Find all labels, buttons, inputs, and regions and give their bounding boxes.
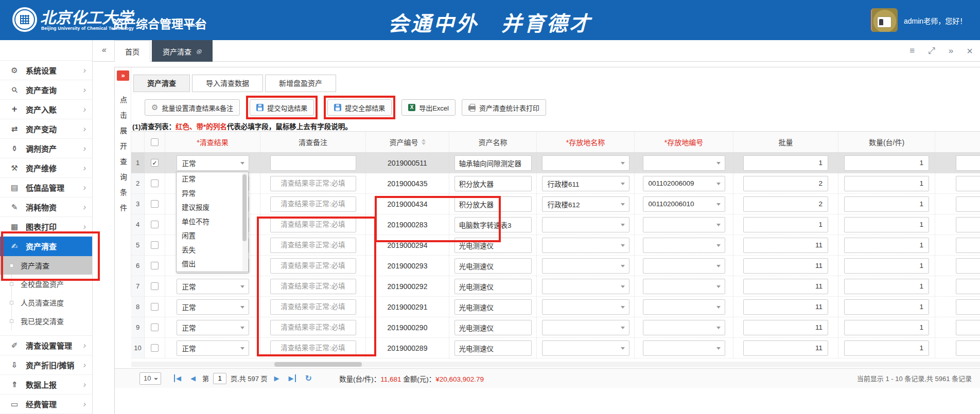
batch-input[interactable] [743, 196, 828, 212]
location-code-select[interactable] [643, 320, 725, 335]
row-checkbox[interactable] [151, 221, 159, 228]
quantity-input[interactable] [844, 340, 929, 356]
location-code-select[interactable] [643, 155, 725, 171]
row-checkbox[interactable] [151, 323, 159, 331]
location-code-select[interactable] [643, 238, 725, 253]
close-icon[interactable] [967, 45, 973, 57]
horizontal-scrollbar[interactable] [131, 362, 980, 367]
next-page-button[interactable] [274, 374, 279, 382]
expand-icon[interactable] [928, 46, 935, 56]
tab-close-icon[interactable] [196, 47, 202, 56]
refresh-icon[interactable] [305, 373, 312, 383]
quantity-input[interactable] [844, 217, 929, 232]
row-checkbox[interactable] [151, 303, 159, 311]
quantity-input[interactable] [844, 238, 929, 253]
header-asset-id[interactable]: 资产编号 [366, 132, 449, 152]
row-checkbox[interactable] [151, 159, 159, 167]
row-checkbox[interactable] [151, 241, 159, 249]
last-page-button[interactable] [289, 374, 296, 382]
location-code-select[interactable] [643, 340, 725, 356]
first-page-button[interactable] [174, 374, 181, 382]
sidebar-item[interactable]: 资产维修 [0, 158, 92, 178]
dropdown-option[interactable]: 单位不符 [177, 215, 248, 229]
sidebar-item[interactable]: 资产折旧/摊销 [0, 355, 92, 375]
sidebar-item[interactable]: 低值品管理 [0, 178, 92, 197]
row-checkbox[interactable] [151, 262, 159, 269]
location-code-select[interactable] [643, 279, 725, 294]
row-checkbox[interactable] [151, 282, 159, 290]
row-checkbox[interactable] [151, 344, 159, 352]
content-tab[interactable]: 导入清查数据 [192, 75, 263, 92]
location-name-select[interactable] [542, 155, 629, 171]
check-result-select[interactable]: 正常 [177, 340, 249, 356]
sidebar-item[interactable]: 资产查询 [0, 80, 92, 100]
check-result-select[interactable]: 正常 [177, 279, 249, 294]
row-checkbox[interactable] [151, 200, 159, 208]
quantity-input[interactable] [844, 176, 929, 191]
sidebar-item[interactable]: 调剂资产 [0, 139, 92, 158]
location-code-select[interactable] [643, 217, 725, 232]
page-tab[interactable]: 资产清查 [152, 40, 213, 62]
avatar[interactable] [871, 8, 898, 32]
sidebar-subitem[interactable]: 我已提交清查 [0, 312, 92, 330]
check-result-select[interactable]: 正常 [177, 320, 249, 335]
check-comment-input[interactable] [270, 196, 356, 212]
quantity-input[interactable] [844, 155, 929, 171]
check-comment-input[interactable] [270, 155, 356, 171]
location-name-select[interactable] [542, 258, 629, 274]
location-name-select[interactable]: 行政楼611 [542, 176, 629, 191]
row-checkbox[interactable] [151, 179, 159, 187]
sidebar-item[interactable]: 图表打印 [0, 217, 92, 237]
content-tab[interactable]: 新增盘盈资产 [265, 75, 336, 92]
check-comment-input[interactable] [270, 258, 356, 274]
dropdown-option[interactable]: 建议报废 [177, 201, 248, 215]
dropdown-option[interactable]: 正常 [177, 172, 248, 187]
batch-input[interactable] [743, 155, 828, 171]
quantity-input[interactable] [844, 299, 929, 315]
check-comment-input[interactable] [270, 340, 356, 356]
location-name-select[interactable] [542, 238, 629, 253]
check-result-select[interactable]: 正常 [177, 155, 249, 171]
check-comment-input[interactable] [270, 320, 356, 335]
sidebar-subitem[interactable]: 全校盘盈资产 [0, 275, 92, 293]
location-name-select[interactable] [542, 340, 629, 356]
sidebar-subitem[interactable]: 人员清查进度 [0, 293, 92, 312]
batch-input[interactable] [743, 176, 828, 191]
export-excel-button[interactable]: 导出Excel [401, 99, 456, 116]
check-comment-input[interactable] [270, 176, 356, 191]
sidebar-item[interactable]: 系统设置 [0, 61, 92, 80]
batch-input[interactable] [743, 238, 828, 253]
batch-input[interactable] [743, 258, 828, 274]
check-comment-input[interactable] [270, 299, 356, 315]
sidebar-item[interactable]: 消耗物资 [0, 197, 92, 217]
location-code-select[interactable]: 001102006010 [643, 196, 725, 212]
submit-all-results-button[interactable]: 提交全部结果 [327, 99, 392, 116]
quantity-input[interactable] [844, 258, 929, 274]
quantity-input[interactable] [844, 279, 929, 294]
dropdown-option[interactable]: 异常 [177, 187, 248, 201]
sidebar-item[interactable]: 资产清查 [0, 237, 92, 256]
prev-page-button[interactable] [190, 374, 196, 382]
sidebar-item[interactable]: 资产入账 [0, 100, 92, 119]
check-comment-input[interactable] [270, 279, 356, 294]
forward-icon[interactable] [949, 46, 953, 56]
location-code-select[interactable] [643, 299, 725, 315]
location-name-select[interactable]: 行政楼612 [542, 196, 629, 212]
quantity-input[interactable] [844, 196, 929, 212]
submit-checked-results-button[interactable]: 提交勾选结果 [250, 99, 314, 116]
dropdown-option[interactable]: 借出 [177, 257, 248, 272]
batch-input[interactable] [743, 299, 828, 315]
print-statistics-button[interactable]: 资产清查统计表打印 [462, 99, 546, 116]
batch-input[interactable] [743, 340, 828, 356]
expand-query-button[interactable] [117, 70, 129, 81]
quantity-input[interactable] [844, 320, 929, 335]
check-comment-input[interactable] [270, 238, 356, 253]
page-tab[interactable]: 首页 [114, 40, 150, 62]
location-name-select[interactable] [542, 279, 629, 294]
check-comment-input[interactable] [270, 217, 356, 232]
sidebar-item[interactable]: 资产变动 [0, 119, 92, 139]
sidebar-subitem[interactable]: 资产清查 [0, 256, 92, 275]
dropdown-scrollbar-track[interactable] [242, 173, 248, 271]
location-name-select[interactable] [542, 299, 629, 315]
page-size-select[interactable]: 10 [139, 372, 161, 385]
